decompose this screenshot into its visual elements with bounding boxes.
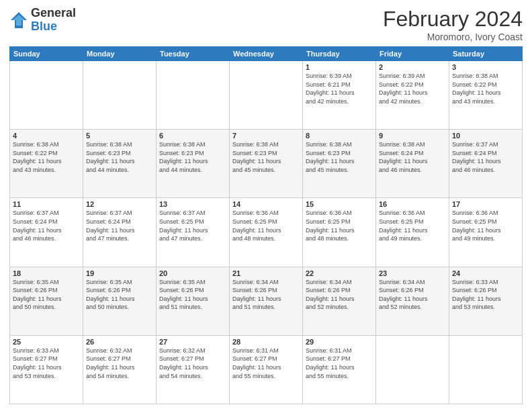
day-number: 26 (86, 338, 153, 346)
day-info: Sunrise: 6:35 AM Sunset: 6:26 PM Dayligh… (86, 278, 153, 312)
day-info: Sunrise: 6:32 AM Sunset: 6:27 PM Dayligh… (159, 347, 226, 380)
day-number: 3 (452, 63, 519, 71)
day-cell: 3Sunrise: 6:38 AM Sunset: 6:22 PM Daylig… (449, 61, 523, 130)
day-cell: 11Sunrise: 6:37 AM Sunset: 6:24 PM Dayli… (10, 198, 83, 267)
logo-blue: Blue (31, 20, 76, 34)
calendar-subtitle: Moromoro, Ivory Coast (383, 32, 523, 42)
day-number: 10 (452, 132, 519, 140)
day-cell (376, 335, 449, 404)
day-number: 4 (13, 132, 80, 140)
title-block: February 2024 Moromoro, Ivory Coast (383, 7, 523, 42)
day-info: Sunrise: 6:36 AM Sunset: 6:25 PM Dayligh… (232, 209, 300, 242)
day-cell: 29Sunrise: 6:31 AM Sunset: 6:27 PM Dayli… (303, 335, 376, 404)
day-info: Sunrise: 6:34 AM Sunset: 6:26 PM Dayligh… (232, 278, 300, 312)
day-header-wednesday: Wednesday (230, 47, 303, 61)
day-number: 7 (232, 132, 300, 140)
day-number: 8 (306, 132, 373, 140)
day-info: Sunrise: 6:38 AM Sunset: 6:24 PM Dayligh… (379, 140, 446, 174)
day-number: 6 (159, 132, 226, 140)
day-number: 16 (379, 200, 446, 208)
day-number: 9 (379, 132, 446, 140)
day-cell: 21Sunrise: 6:34 AM Sunset: 6:26 PM Dayli… (230, 267, 303, 335)
day-info: Sunrise: 6:32 AM Sunset: 6:27 PM Dayligh… (86, 347, 153, 380)
header: General Blue February 2024 Moromoro, Ivo… (9, 7, 523, 42)
day-cell: 5Sunrise: 6:38 AM Sunset: 6:23 PM Daylig… (83, 130, 157, 198)
day-number: 22 (306, 269, 373, 277)
day-cell: 26Sunrise: 6:32 AM Sunset: 6:27 PM Dayli… (83, 335, 157, 404)
day-number: 20 (159, 269, 226, 277)
day-info: Sunrise: 6:33 AM Sunset: 6:26 PM Dayligh… (452, 278, 519, 312)
day-number: 27 (159, 338, 226, 346)
day-cell: 1Sunrise: 6:39 AM Sunset: 6:21 PM Daylig… (303, 61, 376, 130)
day-number: 18 (13, 269, 80, 277)
day-info: Sunrise: 6:34 AM Sunset: 6:26 PM Dayligh… (306, 278, 373, 312)
day-cell: 28Sunrise: 6:31 AM Sunset: 6:27 PM Dayli… (230, 335, 303, 404)
day-info: Sunrise: 6:36 AM Sunset: 6:25 PM Dayligh… (452, 209, 519, 242)
day-cell (157, 61, 230, 130)
day-info: Sunrise: 6:36 AM Sunset: 6:25 PM Dayligh… (379, 209, 446, 242)
day-cell: 23Sunrise: 6:34 AM Sunset: 6:26 PM Dayli… (376, 267, 449, 335)
day-cell (10, 61, 83, 130)
day-cell (83, 61, 157, 130)
day-info: Sunrise: 6:37 AM Sunset: 6:24 PM Dayligh… (452, 140, 519, 174)
week-row-3: 11Sunrise: 6:37 AM Sunset: 6:24 PM Dayli… (10, 198, 523, 267)
day-cell: 18Sunrise: 6:35 AM Sunset: 6:26 PM Dayli… (10, 267, 83, 335)
logo: General Blue (9, 7, 76, 34)
day-cell: 27Sunrise: 6:32 AM Sunset: 6:27 PM Dayli… (157, 335, 230, 404)
week-row-5: 25Sunrise: 6:33 AM Sunset: 6:27 PM Dayli… (10, 335, 523, 404)
week-row-2: 4Sunrise: 6:38 AM Sunset: 6:22 PM Daylig… (10, 130, 523, 198)
day-number: 29 (306, 338, 373, 346)
day-number: 23 (379, 269, 446, 277)
day-number: 12 (86, 200, 153, 208)
day-info: Sunrise: 6:39 AM Sunset: 6:22 PM Dayligh… (379, 72, 446, 105)
day-cell: 17Sunrise: 6:36 AM Sunset: 6:25 PM Dayli… (449, 198, 523, 267)
day-header-tuesday: Tuesday (157, 47, 230, 61)
header-row: SundayMondayTuesdayWednesdayThursdayFrid… (10, 47, 523, 61)
day-info: Sunrise: 6:34 AM Sunset: 6:26 PM Dayligh… (379, 278, 446, 312)
day-cell: 2Sunrise: 6:39 AM Sunset: 6:22 PM Daylig… (376, 61, 449, 130)
logo-icon (9, 11, 28, 30)
day-cell: 7Sunrise: 6:38 AM Sunset: 6:23 PM Daylig… (230, 130, 303, 198)
day-number: 1 (306, 63, 373, 71)
day-info: Sunrise: 6:39 AM Sunset: 6:21 PM Dayligh… (306, 72, 373, 105)
day-info: Sunrise: 6:35 AM Sunset: 6:26 PM Dayligh… (159, 278, 226, 312)
day-cell: 10Sunrise: 6:37 AM Sunset: 6:24 PM Dayli… (449, 130, 523, 198)
day-info: Sunrise: 6:38 AM Sunset: 6:23 PM Dayligh… (232, 140, 300, 174)
day-number: 11 (13, 200, 80, 208)
day-number: 15 (306, 200, 373, 208)
day-cell (230, 61, 303, 130)
day-cell: 8Sunrise: 6:38 AM Sunset: 6:23 PM Daylig… (303, 130, 376, 198)
day-cell: 13Sunrise: 6:37 AM Sunset: 6:25 PM Dayli… (157, 198, 230, 267)
day-number: 2 (379, 63, 446, 71)
day-number: 5 (86, 132, 153, 140)
week-row-4: 18Sunrise: 6:35 AM Sunset: 6:26 PM Dayli… (10, 267, 523, 335)
logo-general: General (31, 7, 76, 20)
day-info: Sunrise: 6:38 AM Sunset: 6:23 PM Dayligh… (306, 140, 373, 174)
day-info: Sunrise: 6:35 AM Sunset: 6:26 PM Dayligh… (13, 278, 80, 312)
day-info: Sunrise: 6:31 AM Sunset: 6:27 PM Dayligh… (232, 347, 300, 380)
day-info: Sunrise: 6:36 AM Sunset: 6:25 PM Dayligh… (306, 209, 373, 242)
day-number: 13 (159, 200, 226, 208)
day-number: 21 (232, 269, 300, 277)
day-number: 17 (452, 200, 519, 208)
day-cell: 22Sunrise: 6:34 AM Sunset: 6:26 PM Dayli… (303, 267, 376, 335)
day-info: Sunrise: 6:38 AM Sunset: 6:22 PM Dayligh… (13, 140, 80, 174)
day-cell: 25Sunrise: 6:33 AM Sunset: 6:27 PM Dayli… (10, 335, 83, 404)
day-cell: 9Sunrise: 6:38 AM Sunset: 6:24 PM Daylig… (376, 130, 449, 198)
day-info: Sunrise: 6:37 AM Sunset: 6:24 PM Dayligh… (86, 209, 153, 242)
page: General Blue February 2024 Moromoro, Ivo… (0, 0, 532, 411)
day-number: 14 (232, 200, 300, 208)
day-cell: 6Sunrise: 6:38 AM Sunset: 6:23 PM Daylig… (157, 130, 230, 198)
day-cell: 24Sunrise: 6:33 AM Sunset: 6:26 PM Dayli… (449, 267, 523, 335)
day-cell: 15Sunrise: 6:36 AM Sunset: 6:25 PM Dayli… (303, 198, 376, 267)
day-header-saturday: Saturday (449, 47, 523, 61)
calendar-table: SundayMondayTuesdayWednesdayThursdayFrid… (9, 46, 523, 404)
day-cell (449, 335, 523, 404)
day-info: Sunrise: 6:33 AM Sunset: 6:27 PM Dayligh… (13, 347, 80, 380)
day-info: Sunrise: 6:37 AM Sunset: 6:25 PM Dayligh… (159, 209, 226, 242)
day-header-monday: Monday (83, 47, 157, 61)
week-row-1: 1Sunrise: 6:39 AM Sunset: 6:21 PM Daylig… (10, 61, 523, 130)
day-cell: 12Sunrise: 6:37 AM Sunset: 6:24 PM Dayli… (83, 198, 157, 267)
day-number: 28 (232, 338, 300, 346)
day-number: 19 (86, 269, 153, 277)
